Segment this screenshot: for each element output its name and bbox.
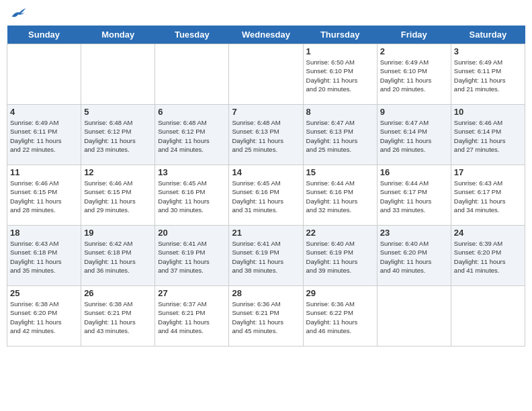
calendar-header-row: SundayMondayTuesdayWednesdayThursdayFrid… — [7, 26, 525, 44]
day-number: 3 — [454, 46, 522, 56]
day-info: Sunrise: 6:46 AM Sunset: 6:15 PM Dayligh… — [84, 179, 152, 214]
day-number: 22 — [306, 228, 374, 238]
day-number: 11 — [10, 167, 78, 177]
day-number: 7 — [232, 107, 300, 117]
day-info: Sunrise: 6:40 AM Sunset: 6:20 PM Dayligh… — [380, 239, 448, 275]
calendar-cell: 16Sunrise: 6:44 AM Sunset: 6:17 PM Dayli… — [377, 165, 451, 226]
calendar-cell: 26Sunrise: 6:38 AM Sunset: 6:21 PM Dayli… — [81, 286, 155, 347]
day-number: 4 — [10, 107, 78, 117]
day-header-tuesday: Tuesday — [155, 26, 229, 44]
day-number: 23 — [380, 228, 448, 238]
calendar-cell: 27Sunrise: 6:37 AM Sunset: 6:21 PM Dayli… — [155, 286, 229, 347]
day-number: 24 — [454, 228, 522, 238]
calendar-cell: 24Sunrise: 6:39 AM Sunset: 6:20 PM Dayli… — [451, 226, 525, 286]
day-number: 20 — [158, 228, 226, 238]
day-number: 15 — [306, 167, 374, 177]
day-info: Sunrise: 6:47 AM Sunset: 6:14 PM Dayligh… — [380, 118, 448, 154]
day-info: Sunrise: 6:46 AM Sunset: 6:15 PM Dayligh… — [10, 179, 78, 214]
day-number: 2 — [380, 46, 448, 56]
day-info: Sunrise: 6:44 AM Sunset: 6:17 PM Dayligh… — [380, 179, 448, 214]
day-number: 17 — [454, 167, 522, 177]
day-number: 26 — [84, 288, 152, 298]
day-info: Sunrise: 6:41 AM Sunset: 6:19 PM Dayligh… — [232, 239, 300, 275]
day-info: Sunrise: 6:48 AM Sunset: 6:12 PM Dayligh… — [158, 118, 226, 154]
calendar-cell: 25Sunrise: 6:38 AM Sunset: 6:20 PM Dayli… — [7, 286, 81, 347]
calendar-cell: 17Sunrise: 6:43 AM Sunset: 6:17 PM Dayli… — [451, 165, 525, 226]
day-number: 16 — [380, 167, 448, 177]
day-number: 6 — [158, 107, 226, 117]
day-info: Sunrise: 6:45 AM Sunset: 6:16 PM Dayligh… — [232, 179, 300, 214]
day-info: Sunrise: 6:42 AM Sunset: 6:18 PM Dayligh… — [84, 239, 152, 275]
day-info: Sunrise: 6:49 AM Sunset: 6:11 PM Dayligh… — [10, 118, 78, 154]
calendar-week-4: 18Sunrise: 6:43 AM Sunset: 6:18 PM Dayli… — [7, 226, 525, 286]
day-info: Sunrise: 6:37 AM Sunset: 6:21 PM Dayligh… — [158, 300, 226, 335]
day-info: Sunrise: 6:48 AM Sunset: 6:12 PM Dayligh… — [84, 118, 152, 154]
day-info: Sunrise: 6:43 AM Sunset: 6:18 PM Dayligh… — [10, 239, 78, 275]
calendar-cell: 11Sunrise: 6:46 AM Sunset: 6:15 PM Dayli… — [7, 165, 81, 226]
calendar-cell: 14Sunrise: 6:45 AM Sunset: 6:16 PM Dayli… — [229, 165, 303, 226]
day-number: 1 — [306, 46, 374, 56]
day-info: Sunrise: 6:48 AM Sunset: 6:13 PM Dayligh… — [232, 118, 300, 154]
day-info: Sunrise: 6:36 AM Sunset: 6:21 PM Dayligh… — [232, 300, 300, 335]
day-number: 27 — [158, 288, 226, 298]
calendar-cell: 6Sunrise: 6:48 AM Sunset: 6:12 PM Daylig… — [155, 105, 229, 165]
day-header-sunday: Sunday — [7, 26, 81, 44]
day-number: 9 — [380, 107, 448, 117]
calendar-cell — [229, 44, 303, 105]
day-info: Sunrise: 6:43 AM Sunset: 6:17 PM Dayligh… — [454, 179, 522, 214]
page-header — [7, 7, 525, 20]
calendar-week-1: 1Sunrise: 6:50 AM Sunset: 6:10 PM Daylig… — [7, 44, 525, 105]
day-info: Sunrise: 6:36 AM Sunset: 6:22 PM Dayligh… — [306, 300, 374, 335]
logo-bird-icon — [11, 7, 27, 20]
calendar-cell: 4Sunrise: 6:49 AM Sunset: 6:11 PM Daylig… — [7, 105, 81, 165]
calendar-cell — [451, 286, 525, 347]
day-info: Sunrise: 6:50 AM Sunset: 6:10 PM Dayligh… — [306, 58, 374, 93]
calendar-week-2: 4Sunrise: 6:49 AM Sunset: 6:11 PM Daylig… — [7, 105, 525, 165]
day-number: 28 — [232, 288, 300, 298]
calendar-cell: 3Sunrise: 6:49 AM Sunset: 6:11 PM Daylig… — [451, 44, 525, 105]
day-number: 12 — [84, 167, 152, 177]
day-number: 10 — [454, 107, 522, 117]
calendar-cell: 29Sunrise: 6:36 AM Sunset: 6:22 PM Dayli… — [303, 286, 377, 347]
day-number: 5 — [84, 107, 152, 117]
day-info: Sunrise: 6:49 AM Sunset: 6:10 PM Dayligh… — [380, 58, 448, 93]
day-number: 21 — [232, 228, 300, 238]
day-header-thursday: Thursday — [303, 26, 377, 44]
day-info: Sunrise: 6:39 AM Sunset: 6:20 PM Dayligh… — [454, 239, 522, 275]
day-info: Sunrise: 6:44 AM Sunset: 6:16 PM Dayligh… — [306, 179, 374, 214]
day-number: 13 — [158, 167, 226, 177]
calendar-cell: 22Sunrise: 6:40 AM Sunset: 6:19 PM Dayli… — [303, 226, 377, 286]
day-number: 25 — [10, 288, 78, 298]
day-info: Sunrise: 6:49 AM Sunset: 6:11 PM Dayligh… — [454, 58, 522, 93]
calendar-cell — [81, 44, 155, 105]
calendar-cell: 15Sunrise: 6:44 AM Sunset: 6:16 PM Dayli… — [303, 165, 377, 226]
calendar-cell: 28Sunrise: 6:36 AM Sunset: 6:21 PM Dayli… — [229, 286, 303, 347]
day-header-wednesday: Wednesday — [229, 26, 303, 44]
calendar-cell: 20Sunrise: 6:41 AM Sunset: 6:19 PM Dayli… — [155, 226, 229, 286]
day-header-saturday: Saturday — [451, 26, 525, 44]
day-info: Sunrise: 6:41 AM Sunset: 6:19 PM Dayligh… — [158, 239, 226, 275]
calendar-cell: 18Sunrise: 6:43 AM Sunset: 6:18 PM Dayli… — [7, 226, 81, 286]
day-number: 14 — [232, 167, 300, 177]
calendar-cell: 8Sunrise: 6:47 AM Sunset: 6:13 PM Daylig… — [303, 105, 377, 165]
calendar-cell: 1Sunrise: 6:50 AM Sunset: 6:10 PM Daylig… — [303, 44, 377, 105]
day-info: Sunrise: 6:45 AM Sunset: 6:16 PM Dayligh… — [158, 179, 226, 214]
day-header-monday: Monday — [81, 26, 155, 44]
calendar-cell: 10Sunrise: 6:46 AM Sunset: 6:14 PM Dayli… — [451, 105, 525, 165]
logo — [9, 7, 27, 20]
day-number: 19 — [84, 228, 152, 238]
calendar-cell — [377, 286, 451, 347]
calendar-cell — [155, 44, 229, 105]
day-info: Sunrise: 6:47 AM Sunset: 6:13 PM Dayligh… — [306, 118, 374, 154]
day-info: Sunrise: 6:38 AM Sunset: 6:20 PM Dayligh… — [10, 300, 78, 335]
calendar-cell: 13Sunrise: 6:45 AM Sunset: 6:16 PM Dayli… — [155, 165, 229, 226]
calendar-cell: 2Sunrise: 6:49 AM Sunset: 6:10 PM Daylig… — [377, 44, 451, 105]
calendar-cell: 5Sunrise: 6:48 AM Sunset: 6:12 PM Daylig… — [81, 105, 155, 165]
calendar-week-3: 11Sunrise: 6:46 AM Sunset: 6:15 PM Dayli… — [7, 165, 525, 226]
day-number: 8 — [306, 107, 374, 117]
calendar-cell: 21Sunrise: 6:41 AM Sunset: 6:19 PM Dayli… — [229, 226, 303, 286]
calendar-cell — [7, 44, 81, 105]
day-info: Sunrise: 6:46 AM Sunset: 6:14 PM Dayligh… — [454, 118, 522, 154]
day-info: Sunrise: 6:38 AM Sunset: 6:21 PM Dayligh… — [84, 300, 152, 335]
day-number: 29 — [306, 288, 374, 298]
